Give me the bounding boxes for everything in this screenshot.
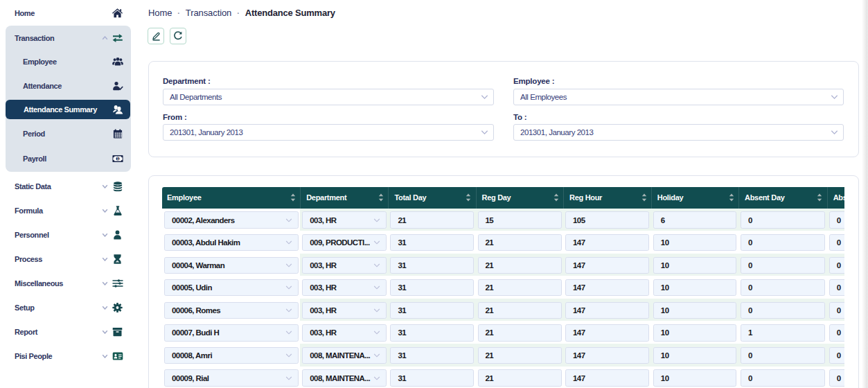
svg-text:1: 1 xyxy=(116,157,118,160)
